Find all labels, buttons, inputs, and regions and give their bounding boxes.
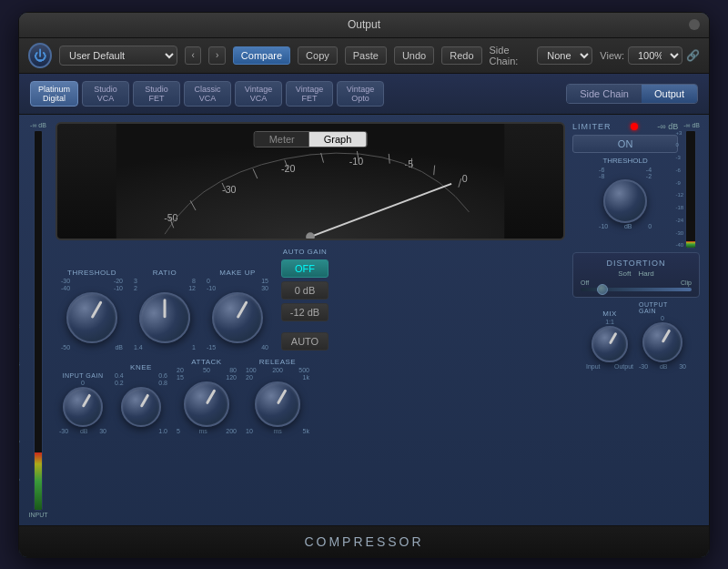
distortion-title: DISTORTION (581, 259, 692, 268)
plugin-window: Output ⏻ User Default ‹ › Compare Copy P… (18, 12, 710, 558)
ratio-label: RATIO (153, 269, 177, 277)
graph-tab-button[interactable]: Graph (309, 132, 367, 147)
output-vu-strip (685, 130, 696, 249)
limiter-vu-area: LIMITER -∞ dB ON THRESHOLD -6-4 -8-2 (572, 122, 700, 249)
main-content: -∞ dB +30-3-6-9-12-18-24-30-60 INPUT Met… (19, 115, 709, 525)
attack-group: ATTACK 205080 15120 5ms200 (176, 358, 238, 434)
right-panel: LIMITER -∞ dB ON THRESHOLD -6-4 -8-2 (572, 122, 700, 518)
threshold-knob-group: THRESHOLD -30-20 -40-10 -50dB (59, 269, 125, 351)
side-chain-label: Side Chain: (490, 45, 532, 66)
auto-button[interactable]: AUTO (281, 332, 329, 351)
knee-label: KNEE (130, 363, 152, 371)
hard-label: Hard (638, 269, 653, 278)
limiter-on-button[interactable]: ON (572, 135, 678, 153)
tab-classic-vca[interactable]: Classic VCA (184, 81, 231, 107)
makeup-knob-group: MAKE UP 015 -1030 -1540 (205, 269, 270, 351)
mix-ratio: 1:1 (605, 319, 614, 325)
lower-knobs-row: INPUT GAIN 0 -30dB30 KNEE 0.40.6 0.20.8 (56, 358, 565, 434)
input-gain-group: INPUT GAIN 0 -30dB30 (59, 372, 106, 434)
undo-button[interactable]: Undo (394, 46, 434, 65)
view-section: View: 100% 🔗 (600, 46, 700, 65)
output-gain-label: OUTPUT GAIN (639, 301, 686, 314)
output-monitor-button[interactable]: Output (642, 85, 697, 103)
distortion-thumb[interactable] (597, 284, 608, 295)
compare-button[interactable]: Compare (233, 46, 290, 65)
makeup-label: MAKE UP (219, 269, 256, 277)
auto-gain-label: AUTO GAIN (283, 248, 327, 256)
center-content: Meter Graph -50 (56, 122, 565, 518)
nav-forward-button[interactable]: › (208, 46, 226, 65)
soft-label: Soft (618, 269, 631, 278)
limiter-title: LIMITER (572, 122, 612, 131)
mix-output: Output (614, 363, 633, 370)
distortion-slider[interactable] (581, 288, 692, 291)
paste-button[interactable]: Paste (345, 46, 387, 65)
knee-knob[interactable] (121, 387, 161, 427)
mix-label: MIX (602, 310, 617, 318)
ratio-knob-group: RATIO 38 212 1.41 (132, 269, 197, 351)
svg-text:0: 0 (462, 172, 468, 183)
limiter-header: LIMITER -∞ dB (572, 122, 678, 131)
output-vu-top: -∞ dB (683, 122, 700, 128)
auto-gain-off-button[interactable]: OFF (281, 259, 329, 278)
side-chain-monitor-button[interactable]: Side Chain (567, 85, 642, 103)
tab-vintage-fet[interactable]: Vintage FET (286, 81, 333, 107)
input-vu-meter: -∞ dB +30-3-6-9-12-18-24-30-60 INPUT (28, 122, 48, 518)
side-chain-output-group: Side Chain Output (566, 84, 698, 104)
attack-knob[interactable] (184, 381, 229, 427)
meter-tab-group: Meter Graph (254, 131, 368, 147)
output-gain-group: OUTPUT GAIN 0 -30dB30 (639, 301, 686, 370)
link-icon: 🔗 (686, 49, 700, 62)
threshold-label: THRESHOLD (67, 269, 116, 277)
power-button[interactable]: ⏻ (28, 43, 52, 68)
copy-button[interactable]: Copy (298, 46, 338, 65)
clip-label: Clip (681, 279, 692, 286)
threshold-limiter-label: THRESHOLD (602, 157, 647, 165)
mix-knob[interactable] (592, 326, 628, 362)
auto-gain-section: AUTO GAIN OFF 0 dB -12 dB AUTO (281, 248, 329, 351)
release-group: RELEASE 100200500 201k 10ms5k (245, 358, 310, 434)
footer: Compressor (19, 525, 709, 557)
preset-select[interactable]: User Default (59, 46, 177, 66)
limiter-section: LIMITER -∞ dB ON THRESHOLD -6-4 -8-2 (572, 122, 678, 229)
tab-platinum-digital[interactable]: Platinum Digital (30, 81, 78, 107)
meter-display: Meter Graph -50 (56, 122, 565, 240)
tab-studio-vca[interactable]: Studio VCA (82, 81, 129, 107)
top-controls-bar: ⏻ User Default ‹ › Compare Copy Paste Un… (19, 38, 709, 74)
window-controls (689, 19, 700, 30)
tab-studio-fet[interactable]: Studio FET (133, 81, 180, 107)
output-gain-knob[interactable] (642, 322, 682, 362)
side-chain-select[interactable]: None (537, 46, 592, 65)
makeup-knob[interactable] (212, 292, 263, 343)
window-title: Output (348, 18, 380, 31)
input-vu-top-label: -∞ dB (30, 122, 46, 128)
limiter-threshold-knob[interactable] (603, 179, 647, 223)
limiter-led (631, 123, 638, 130)
auto-gain-12db-button[interactable]: -12 dB (281, 303, 329, 321)
ratio-knob[interactable] (130, 282, 199, 351)
distortion-soft-hard: Soft Hard (581, 269, 692, 278)
mix-group: MIX 1:1 Input Output (586, 310, 633, 370)
input-gain-knob[interactable] (63, 387, 103, 427)
release-knob[interactable] (255, 381, 300, 427)
view-select[interactable]: 100% (628, 46, 682, 65)
svg-text:-30: -30 (222, 183, 236, 194)
threshold-limiter-area: THRESHOLD -6-4 -8-2 -10dB0 (572, 157, 678, 229)
threshold-knob[interactable] (66, 292, 117, 343)
input-gain-label: INPUT GAIN (63, 372, 104, 379)
tab-vintage-opto[interactable]: Vintage Opto (337, 81, 384, 107)
minimize-button[interactable] (689, 19, 700, 30)
side-chain-section: Side Chain: None (490, 45, 593, 66)
upper-knobs-row: THRESHOLD -30-20 -40-10 -50dB RATIO (56, 246, 565, 352)
auto-gain-0db-button[interactable]: 0 dB (281, 281, 329, 300)
redo-button[interactable]: Redo (441, 46, 481, 65)
output-vu-meter: -∞ dB +30-3-6-9-12-18-24-30-40 (683, 122, 700, 249)
tab-vintage-vca[interactable]: Vintage VCA (235, 81, 282, 107)
meter-tab-button[interactable]: Meter (255, 132, 309, 147)
attack-label: ATTACK (191, 358, 221, 366)
knee-group: KNEE 0.40.6 0.20.8 1.0 (114, 363, 168, 434)
nav-back-button[interactable]: ‹ (185, 46, 202, 65)
preset-tabs-bar: Platinum Digital Studio VCA Studio FET C… (19, 74, 709, 115)
svg-text:-10: -10 (349, 155, 363, 166)
view-label: View: (600, 50, 624, 61)
